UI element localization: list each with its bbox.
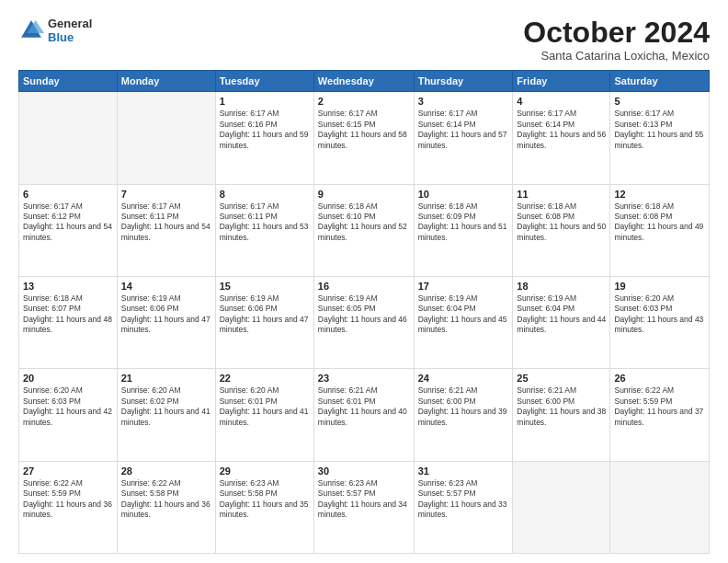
day-info: Sunrise: 6:19 AMSunset: 6:05 PMDaylight:… [318, 293, 410, 336]
calendar-cell [513, 461, 610, 553]
day-number: 7 [121, 189, 211, 200]
title-area: October 2024 Santa Catarina Loxicha, Mex… [523, 17, 710, 63]
calendar-cell: 31Sunrise: 6:23 AMSunset: 5:57 PMDayligh… [414, 461, 513, 553]
day-number: 2 [318, 96, 410, 107]
logo-text: General Blue [48, 17, 92, 44]
calendar-cell: 3Sunrise: 6:17 AMSunset: 6:14 PMDaylight… [414, 92, 513, 184]
day-info: Sunrise: 6:17 AMSunset: 6:12 PMDaylight:… [23, 201, 113, 244]
calendar-cell: 27Sunrise: 6:22 AMSunset: 5:59 PMDayligh… [19, 461, 118, 553]
calendar-cell: 26Sunrise: 6:22 AMSunset: 5:59 PMDayligh… [610, 369, 710, 461]
day-number: 30 [318, 465, 410, 477]
calendar-header: SundayMondayTuesdayWednesdayThursdayFrid… [19, 71, 710, 92]
calendar-cell: 17Sunrise: 6:19 AMSunset: 6:04 PMDayligh… [414, 276, 513, 368]
day-info: Sunrise: 6:18 AMSunset: 6:08 PMDaylight:… [517, 201, 606, 244]
day-info: Sunrise: 6:19 AMSunset: 6:06 PMDaylight:… [121, 293, 211, 336]
day-info: Sunrise: 6:22 AMSunset: 5:59 PMDaylight:… [23, 478, 113, 521]
day-info: Sunrise: 6:19 AMSunset: 6:06 PMDaylight:… [220, 293, 310, 336]
day-number: 17 [418, 281, 509, 292]
logo-icon [18, 17, 44, 43]
day-info: Sunrise: 6:21 AMSunset: 6:00 PMDaylight:… [418, 385, 509, 428]
day-number: 3 [418, 96, 509, 107]
day-of-week-header: Tuesday [215, 71, 313, 92]
calendar-cell: 23Sunrise: 6:21 AMSunset: 6:01 PMDayligh… [313, 369, 414, 461]
calendar-cell: 10Sunrise: 6:18 AMSunset: 6:09 PMDayligh… [414, 184, 513, 276]
calendar-body: 1Sunrise: 6:17 AMSunset: 6:16 PMDaylight… [19, 92, 710, 554]
week-row: 6Sunrise: 6:17 AMSunset: 6:12 PMDaylight… [19, 184, 710, 276]
calendar: SundayMondayTuesdayWednesdayThursdayFrid… [18, 70, 710, 554]
calendar-cell: 25Sunrise: 6:21 AMSunset: 6:00 PMDayligh… [513, 369, 610, 461]
day-number: 1 [220, 96, 310, 107]
week-row: 1Sunrise: 6:17 AMSunset: 6:16 PMDaylight… [19, 92, 710, 184]
calendar-cell [117, 92, 215, 184]
day-info: Sunrise: 6:17 AMSunset: 6:14 PMDaylight:… [418, 109, 509, 151]
day-of-week-header: Monday [117, 71, 215, 92]
day-number: 24 [418, 373, 509, 384]
day-of-week-header: Sunday [19, 71, 118, 92]
day-info: Sunrise: 6:19 AMSunset: 6:04 PMDaylight:… [418, 293, 509, 336]
day-number: 27 [23, 465, 113, 477]
calendar-cell: 28Sunrise: 6:22 AMSunset: 5:58 PMDayligh… [117, 461, 215, 553]
day-number: 21 [121, 373, 211, 384]
day-number: 15 [220, 281, 310, 292]
calendar-cell: 4Sunrise: 6:17 AMSunset: 6:14 PMDaylight… [513, 92, 610, 184]
calendar-cell: 14Sunrise: 6:19 AMSunset: 6:06 PMDayligh… [117, 276, 215, 368]
day-of-week-header: Thursday [414, 71, 513, 92]
calendar-cell [610, 461, 710, 553]
calendar-cell: 29Sunrise: 6:23 AMSunset: 5:58 PMDayligh… [215, 461, 313, 553]
calendar-cell: 22Sunrise: 6:20 AMSunset: 6:01 PMDayligh… [215, 369, 313, 461]
calendar-cell: 1Sunrise: 6:17 AMSunset: 6:16 PMDaylight… [215, 92, 313, 184]
day-of-week-header: Saturday [610, 71, 710, 92]
day-info: Sunrise: 6:17 AMSunset: 6:14 PMDaylight:… [517, 109, 606, 151]
day-number: 20 [23, 373, 113, 384]
day-info: Sunrise: 6:19 AMSunset: 6:04 PMDaylight:… [517, 293, 606, 336]
calendar-cell: 9Sunrise: 6:18 AMSunset: 6:10 PMDaylight… [313, 184, 414, 276]
day-number: 23 [318, 373, 410, 384]
header: General Blue October 2024 Santa Catarina… [18, 17, 710, 63]
day-number: 31 [418, 465, 509, 477]
calendar-cell: 2Sunrise: 6:17 AMSunset: 6:15 PMDaylight… [313, 92, 414, 184]
calendar-cell: 5Sunrise: 6:17 AMSunset: 6:13 PMDaylight… [610, 92, 710, 184]
day-number: 11 [517, 189, 606, 200]
calendar-cell: 19Sunrise: 6:20 AMSunset: 6:03 PMDayligh… [610, 276, 710, 368]
day-info: Sunrise: 6:23 AMSunset: 5:57 PMDaylight:… [418, 478, 509, 521]
day-info: Sunrise: 6:20 AMSunset: 6:03 PMDaylight:… [614, 293, 705, 336]
day-info: Sunrise: 6:23 AMSunset: 5:57 PMDaylight:… [318, 478, 410, 521]
location: Santa Catarina Loxicha, Mexico [523, 49, 710, 63]
calendar-cell: 16Sunrise: 6:19 AMSunset: 6:05 PMDayligh… [313, 276, 414, 368]
week-row: 27Sunrise: 6:22 AMSunset: 5:59 PMDayligh… [19, 461, 710, 553]
day-number: 16 [318, 281, 410, 292]
calendar-cell: 12Sunrise: 6:18 AMSunset: 6:08 PMDayligh… [610, 184, 710, 276]
day-info: Sunrise: 6:17 AMSunset: 6:13 PMDaylight:… [614, 109, 705, 151]
day-number: 9 [318, 189, 410, 200]
logo: General Blue [18, 17, 92, 44]
day-number: 4 [517, 96, 606, 107]
day-number: 8 [220, 189, 310, 200]
calendar-cell: 13Sunrise: 6:18 AMSunset: 6:07 PMDayligh… [19, 276, 118, 368]
day-info: Sunrise: 6:21 AMSunset: 6:00 PMDaylight:… [517, 385, 606, 428]
day-info: Sunrise: 6:22 AMSunset: 5:58 PMDaylight:… [121, 478, 211, 521]
calendar-cell: 7Sunrise: 6:17 AMSunset: 6:11 PMDaylight… [117, 184, 215, 276]
day-info: Sunrise: 6:18 AMSunset: 6:09 PMDaylight:… [418, 201, 509, 244]
day-number: 5 [614, 96, 705, 107]
day-number: 22 [220, 373, 310, 384]
day-info: Sunrise: 6:17 AMSunset: 6:11 PMDaylight:… [220, 201, 310, 244]
calendar-cell: 8Sunrise: 6:17 AMSunset: 6:11 PMDaylight… [215, 184, 313, 276]
week-row: 13Sunrise: 6:18 AMSunset: 6:07 PMDayligh… [19, 276, 710, 368]
day-of-week-header: Friday [513, 71, 610, 92]
calendar-cell: 11Sunrise: 6:18 AMSunset: 6:08 PMDayligh… [513, 184, 610, 276]
day-info: Sunrise: 6:18 AMSunset: 6:08 PMDaylight:… [614, 201, 705, 244]
day-info: Sunrise: 6:20 AMSunset: 6:03 PMDaylight:… [23, 385, 113, 428]
day-info: Sunrise: 6:21 AMSunset: 6:01 PMDaylight:… [318, 385, 410, 428]
page: General Blue October 2024 Santa Catarina… [0, 0, 728, 563]
calendar-cell [19, 92, 118, 184]
day-number: 26 [614, 373, 705, 384]
day-info: Sunrise: 6:22 AMSunset: 5:59 PMDaylight:… [614, 385, 705, 428]
day-number: 12 [614, 189, 705, 200]
day-number: 6 [23, 189, 113, 200]
day-number: 25 [517, 373, 606, 384]
calendar-cell: 15Sunrise: 6:19 AMSunset: 6:06 PMDayligh… [215, 276, 313, 368]
day-number: 10 [418, 189, 509, 200]
week-row: 20Sunrise: 6:20 AMSunset: 6:03 PMDayligh… [19, 369, 710, 461]
day-info: Sunrise: 6:23 AMSunset: 5:58 PMDaylight:… [220, 478, 310, 521]
day-number: 14 [121, 281, 211, 292]
